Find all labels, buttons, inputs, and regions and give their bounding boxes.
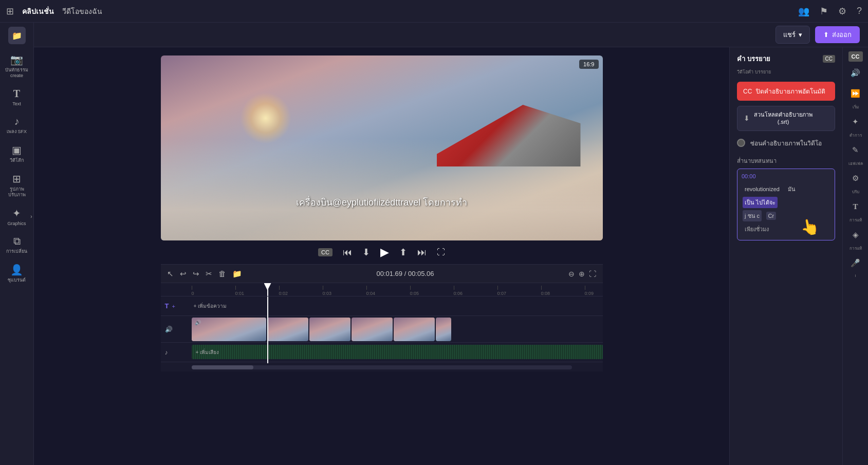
transition-icon: ⧉	[13, 235, 21, 247]
prop-volume-button[interactable]: 🔊	[846, 64, 865, 82]
zoom-out-button[interactable]: ⊖	[568, 270, 575, 278]
video-clip-1[interactable]: 🔊	[192, 318, 266, 341]
subtitle-editor-box[interactable]: 00:00 revolutionized มัน เป็น ไปได้จะ j …	[737, 169, 835, 240]
hide-caption-toggle[interactable]	[737, 139, 745, 147]
ruler-mark-1: 0:01	[235, 286, 279, 296]
video-clips-container: 🔊	[192, 316, 603, 342]
export-button[interactable]: ⬆ ส่งออก	[815, 26, 860, 43]
text-track: T + + เพิ่มข้อความ	[161, 296, 603, 316]
prop-speed-button[interactable]: ⏩	[846, 84, 865, 103]
prop-text-button[interactable]: T	[846, 197, 865, 216]
folder-button[interactable]: 📁	[8, 27, 26, 44]
video-background	[161, 55, 603, 240]
sidebar-item-transition[interactable]: ⧉ การเปลี่ยน	[3, 231, 31, 258]
video-subtitle: เครื่องบิน@eyplutiofiizédttravel โดยการท…	[296, 195, 467, 210]
add-text-label: + เพิ่มข้อความ	[194, 302, 227, 310]
prop-effects-button[interactable]: ✎	[846, 141, 865, 159]
top-toolbar: แชร์ ▾ ⬆ ส่งออก	[34, 23, 868, 47]
text-track-add-icon[interactable]: +	[172, 303, 175, 309]
timeline-scrollbar[interactable]	[192, 365, 572, 369]
sidebar-item-create[interactable]: 📷 บันทักธรรมcreate	[3, 49, 31, 83]
sub-word-1[interactable]: มัน	[786, 183, 798, 195]
video-clip-4[interactable]	[352, 318, 393, 341]
video-preview-section: 16:9 เครื่องบิน@eyplutiofiizédttravel โด…	[34, 47, 729, 465]
select-tool-button[interactable]: ↖	[167, 269, 174, 278]
sidebar-item-stock[interactable]: ▣ วีดีโสีก	[3, 140, 31, 168]
video-clip-6[interactable]	[436, 318, 451, 341]
play-button[interactable]: ▶	[380, 246, 389, 259]
cut-button[interactable]: ✂	[206, 269, 212, 278]
download-button[interactable]: ⬇	[362, 247, 370, 258]
prop-item-adjust: ⚙ ปรับ	[846, 169, 865, 195]
prop-adjust-label: ปรับ	[852, 189, 859, 195]
sidebar-item-graphics[interactable]: ✦ Graphics ›	[3, 203, 31, 231]
audio-track-content[interactable]: + เพิ่มเสียง	[192, 343, 603, 362]
sidebar-label-text: Text	[12, 101, 21, 107]
grid-icon[interactable]: ⊞	[6, 6, 14, 17]
prop-voice-button[interactable]: 🎤	[846, 254, 865, 272]
text-track-content[interactable]: + เพิ่มข้อความ	[192, 296, 603, 315]
undo-button[interactable]: ↩	[180, 269, 187, 278]
prop-speed-label: เริ่ม	[853, 104, 859, 110]
sidebar-label-transition: การเปลี่ยน	[6, 249, 27, 254]
timeline-fullscreen-button[interactable]: ⛶	[589, 270, 596, 278]
ruler-mark-3: 0:03	[323, 286, 366, 296]
video-clip-5[interactable]	[394, 318, 435, 341]
share-button[interactable]: แชร์ ▾	[775, 26, 810, 44]
auto-caption-button[interactable]: CC ปิดคำอธิบายภาพอัตโนมัติ	[737, 82, 835, 101]
airplane-wing	[437, 105, 581, 166]
sub-word-last[interactable]: เพียงชั่วมง	[743, 224, 771, 235]
video-clip-3[interactable]	[309, 318, 350, 341]
ruler-mark-7: 0:07	[497, 286, 541, 296]
skip-button[interactable]: ⏭	[417, 247, 427, 258]
prop-adjust-button[interactable]: ⚙	[846, 169, 865, 188]
timeline-scrollbar-area	[161, 363, 603, 371]
hide-caption-label: ซ่อนคำอธิบายภาพในวิดีโอ	[750, 138, 822, 148]
sidebar-label-graphics: Graphics	[7, 221, 26, 227]
sidebar-item-brand[interactable]: 👤 ซุแบรนต์	[3, 259, 31, 287]
redo-button[interactable]: ↪	[193, 269, 199, 278]
prop-magic-label: ตำการ	[849, 132, 862, 139]
zoom-in-button[interactable]: ⊕	[579, 270, 585, 278]
rewind-button[interactable]: ⏮	[343, 247, 352, 258]
caption-panel-title: คำ บรรยาย	[737, 53, 770, 64]
forward-button[interactable]: ⬆	[399, 247, 407, 258]
help-icon[interactable]: ?	[857, 6, 862, 16]
audio-track-header: ♪	[161, 349, 192, 356]
sub-word-highlighted[interactable]: เป็น ไปได้จะ	[743, 197, 778, 208]
prop-voice-label: i	[855, 273, 856, 278]
video-clip-2[interactable]	[267, 318, 308, 341]
video-controls: CC ⏮ ⬇ ▶ ⬆ ⏭ ⛶	[161, 240, 603, 264]
sidebar-item-text[interactable]: T Text	[3, 84, 31, 111]
playhead[interactable]	[267, 283, 268, 296]
flag-icon[interactable]: ⚑	[820, 6, 828, 17]
delete-button[interactable]: 🗑	[218, 269, 226, 278]
sidebar-label-create: บันทักธรรมcreate	[5, 67, 28, 79]
fullscreen-button[interactable]: ⛶	[437, 248, 445, 257]
caption-panel-header: คำ บรรยาย CC	[730, 47, 842, 68]
timeline-toolbar: ↖ ↩ ↪ ✂ 🗑 📁 00:01.69 / 00:05.06 ⊖ ⊕ ⛶	[161, 265, 603, 283]
share-users-icon[interactable]: 👥	[798, 6, 809, 17]
my-video-link[interactable]: วีดีโอของฉัน	[62, 6, 102, 17]
sidebar-item-template[interactable]: ⊞ รูปภาพปรับภาพ	[3, 169, 31, 202]
caption-cc-badge: CC	[823, 55, 835, 63]
prop-item-magic: ✦ ตำการ	[846, 113, 865, 139]
sub-word-secondary-1[interactable]: j ซน c	[743, 210, 762, 221]
sidebar-item-sfx[interactable]: ♪ เพลง SFX	[3, 111, 31, 139]
video-container[interactable]: 16:9 เครื่องบิน@eyplutiofiizédttravel โด…	[161, 55, 603, 240]
prop-magic-button[interactable]: ✦	[846, 113, 865, 131]
main-layout: 📁 📷 บันทักธรรมcreate T Text ♪ เพลง SFX ▣…	[0, 23, 868, 465]
sub-word-revolutionized[interactable]: revolutionized	[743, 185, 782, 193]
prop-cc-button[interactable]: CC	[848, 51, 863, 62]
music-note-icon: ♪	[165, 349, 168, 356]
folder-icon: 📁	[12, 31, 22, 41]
prop-item-anim: ◈ การแท้	[846, 226, 865, 252]
prop-anim-button[interactable]: ◈	[846, 226, 865, 244]
settings-icon[interactable]: ⚙	[838, 6, 846, 17]
caption-panel: คำ บรรยาย CC วีดีโอคำ บรรยาย CC ปิดคำอธิ…	[729, 47, 842, 465]
download-srt-button[interactable]: ⬇ สวนโหลดคำอธิบายภาพ(.srt)	[737, 106, 835, 131]
save-button[interactable]: 📁	[232, 269, 242, 278]
audio-track: ♪ + เพิ่มเสียง	[161, 343, 603, 362]
sub-word-secondary-2[interactable]: Cr	[766, 212, 777, 220]
cc-button[interactable]: CC	[318, 248, 333, 256]
